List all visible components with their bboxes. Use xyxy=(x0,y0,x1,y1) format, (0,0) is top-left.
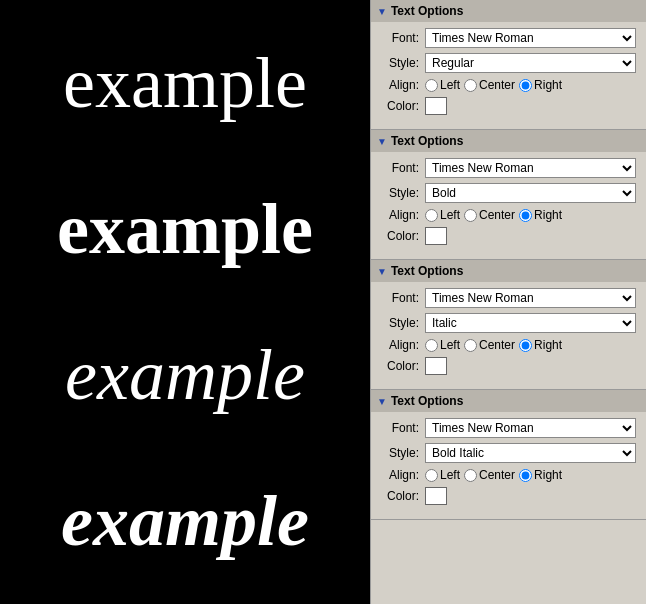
options-panel: ▼ Text Options Font: Times New Roman Ari… xyxy=(370,0,646,604)
align-center-1[interactable]: Center xyxy=(464,78,515,92)
align-label-1: Align: xyxy=(381,78,419,92)
style-select-4[interactable]: Regular Bold Italic Bold Italic xyxy=(425,443,636,463)
align-group-1: Left Center Right xyxy=(425,78,562,92)
color-row-1: Color: xyxy=(381,97,636,115)
style-label-2: Style: xyxy=(381,186,419,200)
text-options-section-4: ▼ Text Options Font: Times New Roman Ari… xyxy=(371,390,646,520)
align-center-3[interactable]: Center xyxy=(464,338,515,352)
align-left-3[interactable]: Left xyxy=(425,338,460,352)
color-box-4[interactable] xyxy=(425,487,447,505)
section-title-2: Text Options xyxy=(391,134,463,148)
section-body-3: Font: Times New Roman Arial Helvetica Ge… xyxy=(371,282,646,381)
style-row-2: Style: Regular Bold Italic Bold Italic xyxy=(381,183,636,203)
section-title-3: Text Options xyxy=(391,264,463,278)
text-options-section-1: ▼ Text Options Font: Times New Roman Ari… xyxy=(371,0,646,130)
section-body-2: Font: Times New Roman Arial Helvetica Ge… xyxy=(371,152,646,251)
text-options-section-2: ▼ Text Options Font: Times New Roman Ari… xyxy=(371,130,646,260)
section-header-2[interactable]: ▼ Text Options xyxy=(371,130,646,152)
canvas-panel: example example example example xyxy=(0,0,370,604)
font-row-4: Font: Times New Roman Arial Helvetica Ge… xyxy=(381,418,636,438)
section-arrow-3: ▼ xyxy=(377,266,387,277)
color-box-2[interactable] xyxy=(425,227,447,245)
section-arrow-4: ▼ xyxy=(377,396,387,407)
font-label-3: Font: xyxy=(381,291,419,305)
style-select-1[interactable]: Regular Bold Italic Bold Italic xyxy=(425,53,636,73)
align-row-1: Align: Left Center Right xyxy=(381,78,636,92)
font-select-4[interactable]: Times New Roman Arial Helvetica Georgia xyxy=(425,418,636,438)
color-label-2: Color: xyxy=(381,229,419,243)
font-row-2: Font: Times New Roman Arial Helvetica Ge… xyxy=(381,158,636,178)
font-select-3[interactable]: Times New Roman Arial Helvetica Georgia xyxy=(425,288,636,308)
canvas-text-bold: example xyxy=(57,193,313,265)
font-select-2[interactable]: Times New Roman Arial Helvetica Georgia xyxy=(425,158,636,178)
align-right-1[interactable]: Right xyxy=(519,78,562,92)
align-label-4: Align: xyxy=(381,468,419,482)
section-header-1[interactable]: ▼ Text Options xyxy=(371,0,646,22)
style-row-4: Style: Regular Bold Italic Bold Italic xyxy=(381,443,636,463)
align-right-4[interactable]: Right xyxy=(519,468,562,482)
align-row-2: Align: Left Center Right xyxy=(381,208,636,222)
section-arrow-1: ▼ xyxy=(377,6,387,17)
align-left-4[interactable]: Left xyxy=(425,468,460,482)
color-label-4: Color: xyxy=(381,489,419,503)
color-row-3: Color: xyxy=(381,357,636,375)
align-center-4[interactable]: Center xyxy=(464,468,515,482)
style-row-3: Style: Regular Bold Italic Bold Italic xyxy=(381,313,636,333)
font-select-1[interactable]: Times New Roman Arial Helvetica Georgia xyxy=(425,28,636,48)
style-row-1: Style: Regular Bold Italic Bold Italic xyxy=(381,53,636,73)
style-label-3: Style: xyxy=(381,316,419,330)
align-group-2: Left Center Right xyxy=(425,208,562,222)
text-options-section-3: ▼ Text Options Font: Times New Roman Ari… xyxy=(371,260,646,390)
align-label-2: Align: xyxy=(381,208,419,222)
color-box-3[interactable] xyxy=(425,357,447,375)
section-arrow-2: ▼ xyxy=(377,136,387,147)
canvas-text-bold-italic: example xyxy=(61,485,309,557)
style-label-4: Style: xyxy=(381,446,419,460)
font-row-3: Font: Times New Roman Arial Helvetica Ge… xyxy=(381,288,636,308)
section-title-1: Text Options xyxy=(391,4,463,18)
align-label-3: Align: xyxy=(381,338,419,352)
section-header-3[interactable]: ▼ Text Options xyxy=(371,260,646,282)
section-header-4[interactable]: ▼ Text Options xyxy=(371,390,646,412)
style-label-1: Style: xyxy=(381,56,419,70)
canvas-text-italic: example xyxy=(65,339,305,411)
section-title-4: Text Options xyxy=(391,394,463,408)
canvas-text-regular: example xyxy=(63,47,307,119)
font-label-2: Font: xyxy=(381,161,419,175)
align-left-1[interactable]: Left xyxy=(425,78,460,92)
font-label-4: Font: xyxy=(381,421,419,435)
align-group-3: Left Center Right xyxy=(425,338,562,352)
font-row-1: Font: Times New Roman Arial Helvetica Ge… xyxy=(381,28,636,48)
align-group-4: Left Center Right xyxy=(425,468,562,482)
align-center-2[interactable]: Center xyxy=(464,208,515,222)
style-select-2[interactable]: Regular Bold Italic Bold Italic xyxy=(425,183,636,203)
font-label-1: Font: xyxy=(381,31,419,45)
section-body-4: Font: Times New Roman Arial Helvetica Ge… xyxy=(371,412,646,511)
section-body-1: Font: Times New Roman Arial Helvetica Ge… xyxy=(371,22,646,121)
color-row-4: Color: xyxy=(381,487,636,505)
align-row-4: Align: Left Center Right xyxy=(381,468,636,482)
color-label-3: Color: xyxy=(381,359,419,373)
align-right-3[interactable]: Right xyxy=(519,338,562,352)
align-right-2[interactable]: Right xyxy=(519,208,562,222)
color-box-1[interactable] xyxy=(425,97,447,115)
color-label-1: Color: xyxy=(381,99,419,113)
align-left-2[interactable]: Left xyxy=(425,208,460,222)
align-row-3: Align: Left Center Right xyxy=(381,338,636,352)
color-row-2: Color: xyxy=(381,227,636,245)
style-select-3[interactable]: Regular Bold Italic Bold Italic xyxy=(425,313,636,333)
